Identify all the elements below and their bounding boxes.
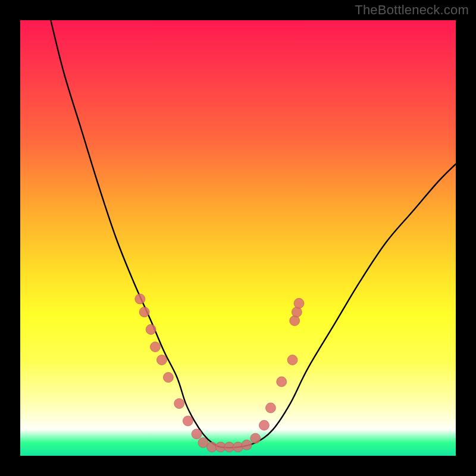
data-point [163,372,173,383]
bottleneck-curve [51,20,456,447]
data-point [150,342,160,352]
chart-frame: TheBottleneck.com [0,0,476,476]
data-point [146,324,156,334]
data-point [174,399,184,409]
data-point [156,355,167,365]
data-point [287,355,298,365]
plot-area [20,20,456,456]
watermark-text: TheBottleneck.com [355,2,469,18]
data-point [135,294,145,304]
data-point [259,420,269,430]
data-point [265,403,275,413]
data-point [242,440,252,450]
data-point [277,377,287,387]
data-point [192,429,202,439]
data-point [250,433,261,443]
data-point [183,416,193,426]
curve-layer [20,20,456,456]
data-point [139,307,149,317]
data-point [294,298,304,308]
